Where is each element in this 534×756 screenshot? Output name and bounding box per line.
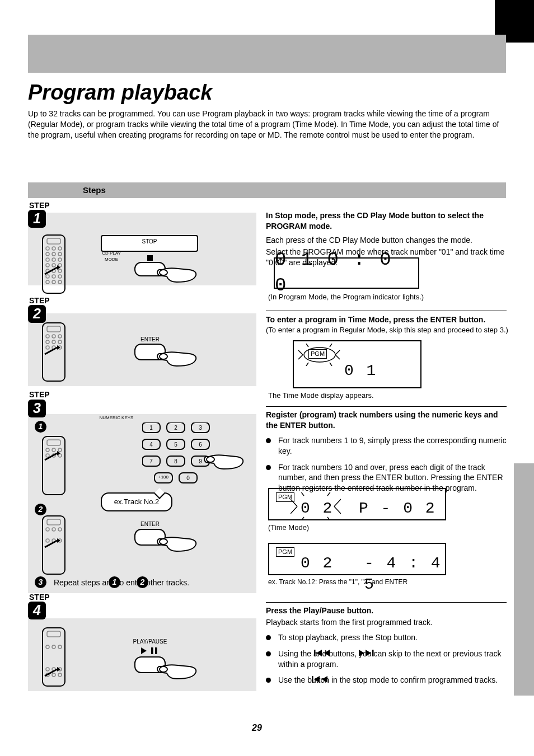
numkey-8[interactable]: 8 bbox=[167, 458, 185, 466]
svg-point-69 bbox=[160, 539, 167, 544]
page-number: 29 bbox=[252, 722, 262, 734]
svg-rect-84 bbox=[155, 647, 157, 654]
svg-rect-93 bbox=[312, 676, 313, 683]
step4-number: 4 bbox=[28, 602, 46, 619]
svg-rect-87 bbox=[314, 650, 316, 656]
r3-lcd1-right: P - 0 2 bbox=[359, 498, 437, 519]
cd-play-mode-label: CD PLAY MODE bbox=[97, 251, 125, 263]
svg-rect-1 bbox=[47, 238, 60, 244]
r4-text1: Playback starts from the first programme… bbox=[266, 617, 510, 628]
r1-text1: Each press of the CD Play Mode button ch… bbox=[266, 235, 510, 246]
r1-title: In Stop mode, press the CD Play Mode but… bbox=[266, 210, 510, 232]
numkey-4[interactable]: 4 bbox=[142, 441, 160, 449]
svg-point-8 bbox=[46, 258, 49, 261]
r3-title: Register (program) track numbers using t… bbox=[266, 410, 510, 431]
svg-rect-83 bbox=[151, 647, 153, 654]
flash-burst-icon bbox=[297, 344, 342, 366]
svg-point-34 bbox=[46, 346, 49, 349]
stop-icon bbox=[147, 255, 153, 261]
svg-point-20 bbox=[46, 280, 49, 284]
intro-paragraph: Up to 32 tracks can be programmed. You c… bbox=[28, 109, 509, 140]
step-label: STEP bbox=[29, 389, 50, 400]
svg-point-51 bbox=[52, 528, 55, 531]
r2-text1: The Time Mode display appears. bbox=[268, 391, 510, 401]
svg-point-75 bbox=[46, 668, 49, 671]
r1-lcd-wrap: 0 1 0 : 0 0 (In Program Mode, the Progra… bbox=[266, 257, 510, 302]
remote-control-icon bbox=[41, 322, 66, 382]
svg-rect-92 bbox=[372, 650, 374, 656]
numkey-0[interactable]: 0 bbox=[179, 475, 197, 482]
svg-point-16 bbox=[58, 269, 62, 273]
svg-marker-88 bbox=[316, 650, 322, 656]
svg-point-68 bbox=[207, 457, 214, 462]
svg-point-42 bbox=[52, 448, 55, 452]
svg-marker-91 bbox=[366, 650, 371, 656]
numkey-7[interactable]: 7 bbox=[142, 458, 160, 466]
svg-point-74 bbox=[58, 645, 62, 649]
numkey-3[interactable]: 3 bbox=[191, 424, 209, 432]
svg-point-43 bbox=[58, 448, 62, 452]
svg-point-50 bbox=[46, 528, 49, 531]
svg-point-38 bbox=[160, 354, 167, 359]
svg-point-73 bbox=[52, 645, 55, 649]
dashed-lcd-frame: STOP bbox=[101, 235, 198, 252]
svg-point-5 bbox=[46, 252, 49, 256]
stop-label: STOP bbox=[102, 238, 197, 246]
skip-back-icon bbox=[312, 676, 327, 683]
repeat-ref1: 1 bbox=[109, 576, 120, 588]
svg-point-28 bbox=[46, 335, 49, 338]
steps-heading-bar: Steps bbox=[28, 182, 506, 198]
svg-point-41 bbox=[46, 448, 49, 452]
svg-marker-94 bbox=[314, 676, 320, 683]
step3-number: 3 bbox=[28, 400, 46, 417]
pgm-badge: PGM bbox=[276, 547, 294, 557]
svg-point-80 bbox=[58, 673, 62, 677]
svg-marker-82 bbox=[141, 647, 147, 654]
side-tab bbox=[514, 463, 534, 696]
svg-point-17 bbox=[46, 275, 49, 278]
svg-point-79 bbox=[52, 673, 55, 677]
hand-pointer-icon bbox=[156, 349, 200, 372]
svg-point-4 bbox=[58, 247, 62, 250]
svg-point-31 bbox=[46, 340, 49, 344]
divider bbox=[266, 406, 507, 407]
r3-lcd2-left: 0 2 bbox=[301, 553, 334, 574]
numkey-6[interactable]: 6 bbox=[191, 441, 209, 449]
svg-point-44 bbox=[46, 454, 49, 457]
r2-lcd-text: 0 1 bbox=[344, 360, 377, 382]
r4-bullet3: Use the button in the stop mode to confi… bbox=[266, 675, 510, 685]
numkey-5[interactable]: 5 bbox=[167, 441, 185, 449]
step-label: STEP bbox=[29, 295, 50, 306]
balloon1-text: ex.Track No.2 bbox=[114, 497, 159, 506]
numkey-1[interactable]: 1 bbox=[142, 424, 160, 432]
svg-rect-24 bbox=[147, 255, 153, 261]
r3-lcd1-left: 0 2 bbox=[301, 498, 334, 519]
svg-point-21 bbox=[52, 280, 55, 284]
svg-point-25 bbox=[160, 270, 167, 275]
svg-marker-90 bbox=[359, 650, 364, 656]
svg-point-3 bbox=[52, 247, 55, 250]
svg-marker-95 bbox=[322, 676, 327, 683]
step1-number: 1 bbox=[28, 210, 46, 228]
svg-point-86 bbox=[304, 348, 335, 362]
r2-title: To enter a program in Time Mode, press t… bbox=[266, 314, 510, 325]
r3-lcd1-wrap: PGM 0 2 P - 0 2 (Time Mode) bbox=[266, 488, 510, 533]
svg-point-6 bbox=[52, 252, 55, 256]
r1-lcd-text: 0 1 0 : 0 0 bbox=[275, 259, 418, 288]
r2-desc: (To enter a program in Regular Mode, ski… bbox=[266, 325, 510, 335]
r3-note1: (Time Mode) bbox=[268, 523, 510, 533]
skip-back-icon bbox=[314, 650, 330, 656]
r3-lcd2-right: - 4 : 4 5 bbox=[364, 553, 445, 595]
r4-title: Press the Play/Pause button. bbox=[266, 605, 510, 616]
step3-repeat-text: Repeat steps and to enter other tracks. bbox=[54, 577, 255, 588]
svg-rect-27 bbox=[47, 326, 60, 332]
svg-point-10 bbox=[58, 258, 62, 261]
remote-control-icon bbox=[41, 435, 66, 496]
r3-lcd2-wrap: PGM 0 2 - 4 : 4 5 ex. Track No.12: Press… bbox=[266, 543, 510, 586]
svg-point-11 bbox=[46, 264, 49, 267]
step-label: STEP bbox=[29, 592, 50, 603]
svg-point-9 bbox=[52, 258, 55, 261]
numkey-2[interactable]: 2 bbox=[167, 424, 185, 432]
svg-rect-40 bbox=[47, 440, 60, 445]
numkey-plus100[interactable]: +100 bbox=[154, 475, 172, 481]
